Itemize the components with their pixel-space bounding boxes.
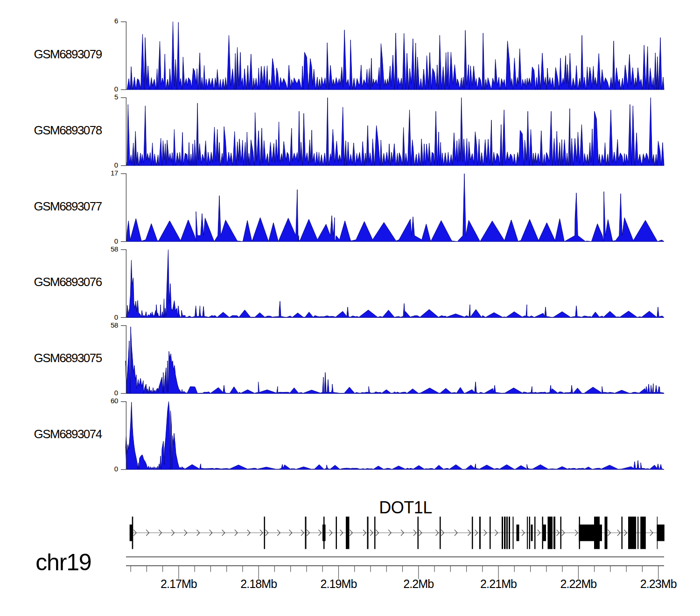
svg-text:DOT1L: DOT1L xyxy=(379,498,432,517)
svg-text:5: 5 xyxy=(114,93,118,101)
svg-text:2.21Mb: 2.21Mb xyxy=(480,577,517,590)
svg-text:chr19: chr19 xyxy=(35,549,91,575)
svg-text:GSM6893075: GSM6893075 xyxy=(34,351,102,365)
svg-text:58: 58 xyxy=(111,245,118,253)
svg-text:0: 0 xyxy=(114,465,118,473)
svg-text:6: 6 xyxy=(114,17,118,25)
svg-text:2.19Mb: 2.19Mb xyxy=(321,577,357,590)
svg-text:GSM6893078: GSM6893078 xyxy=(34,123,102,137)
svg-text:GSM6893077: GSM6893077 xyxy=(34,199,102,213)
svg-text:0: 0 xyxy=(114,237,118,245)
svg-text:0: 0 xyxy=(114,389,118,397)
svg-text:0: 0 xyxy=(114,161,118,169)
svg-text:58: 58 xyxy=(111,321,118,329)
svg-text:2.22Mb: 2.22Mb xyxy=(560,577,596,590)
svg-text:GSM6893076: GSM6893076 xyxy=(34,275,102,289)
svg-text:2.23Mb: 2.23Mb xyxy=(640,577,677,590)
svg-text:GSM6893074: GSM6893074 xyxy=(34,427,102,441)
svg-text:60: 60 xyxy=(111,397,118,405)
svg-text:0: 0 xyxy=(114,313,118,321)
svg-text:GSM6893079: GSM6893079 xyxy=(34,47,102,61)
svg-text:17: 17 xyxy=(111,169,118,177)
svg-text:2.18Mb: 2.18Mb xyxy=(240,577,277,590)
svg-text:0: 0 xyxy=(114,85,118,93)
svg-text:2.17Mb: 2.17Mb xyxy=(161,577,197,590)
svg-text:2.2Mb: 2.2Mb xyxy=(403,577,434,590)
